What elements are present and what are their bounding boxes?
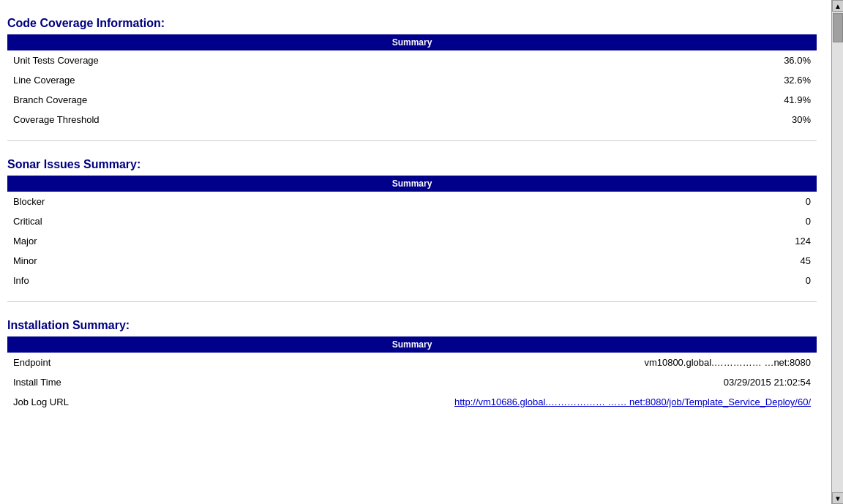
table-row: Coverage Threshold 30% bbox=[7, 110, 817, 129]
table-row: Job Log URL http://vm10686.global.………………… bbox=[7, 392, 817, 412]
install-time-label: Install Time bbox=[7, 372, 154, 392]
blocker-label: Blocker bbox=[7, 192, 154, 211]
table-row: Critical 0 bbox=[7, 211, 817, 231]
table-row: Branch Coverage 41.9% bbox=[7, 90, 817, 110]
line-coverage-label: Line Coverage bbox=[7, 70, 154, 90]
coverage-threshold-label: Coverage Threshold bbox=[7, 110, 154, 129]
page-wrapper: ▲ ▼ Code Coverage Information: Summary U… bbox=[0, 0, 843, 504]
scroll-thumb[interactable] bbox=[833, 13, 843, 42]
installation-header: Summary bbox=[7, 336, 817, 353]
coverage-threshold-value: 30% bbox=[154, 110, 817, 129]
table-row: Install Time 03/29/2015 21:02:54 bbox=[7, 372, 817, 392]
install-time-value: 03/29/2015 21:02:54 bbox=[154, 372, 817, 392]
table-row: Endpoint vm10800.global.…………… …net:8080 bbox=[7, 353, 817, 372]
sonar-issues-title: Sonar Issues Summary: bbox=[7, 152, 817, 176]
sonar-issues-header: Summary bbox=[7, 176, 817, 192]
code-coverage-table: Summary Unit Tests Coverage 36.0% Line C… bbox=[7, 34, 817, 129]
table-row: Major 124 bbox=[7, 231, 817, 251]
scroll-down-button[interactable]: ▼ bbox=[832, 492, 843, 504]
scrollbar[interactable]: ▲ ▼ bbox=[831, 0, 843, 504]
installation-title: Installation Summary: bbox=[7, 313, 817, 336]
endpoint-label: Endpoint bbox=[7, 353, 154, 372]
blocker-value: 0 bbox=[154, 192, 817, 211]
minor-label: Minor bbox=[7, 251, 154, 271]
branch-coverage-value: 41.9% bbox=[154, 90, 817, 110]
info-label: Info bbox=[7, 271, 154, 290]
critical-label: Critical bbox=[7, 211, 154, 231]
separator-2 bbox=[7, 301, 817, 302]
table-row: Minor 45 bbox=[7, 251, 817, 271]
info-value: 0 bbox=[154, 271, 817, 290]
job-log-url-value[interactable]: http://vm10686.global.……………… …… net:8080… bbox=[154, 392, 817, 412]
major-label: Major bbox=[7, 231, 154, 251]
separator-1 bbox=[7, 140, 817, 141]
major-value: 124 bbox=[154, 231, 817, 251]
unit-tests-coverage-label: Unit Tests Coverage bbox=[7, 50, 154, 70]
minor-value: 45 bbox=[154, 251, 817, 271]
scroll-up-button[interactable]: ▲ bbox=[832, 0, 843, 12]
code-coverage-title: Code Coverage Information: bbox=[7, 11, 817, 34]
critical-value: 0 bbox=[154, 211, 817, 231]
installation-table: Summary Endpoint vm10800.global.…………… …n… bbox=[7, 336, 817, 412]
table-row: Blocker 0 bbox=[7, 192, 817, 211]
table-row: Line Coverage 32.6% bbox=[7, 70, 817, 90]
job-log-link[interactable]: http://vm10686.global.……………… …… net:8080… bbox=[454, 396, 811, 407]
branch-coverage-label: Branch Coverage bbox=[7, 90, 154, 110]
table-row: Info 0 bbox=[7, 271, 817, 290]
endpoint-value: vm10800.global.…………… …net:8080 bbox=[154, 353, 817, 372]
unit-tests-coverage-value: 36.0% bbox=[154, 50, 817, 70]
sonar-issues-table: Summary Blocker 0 Critical 0 Major 124 M… bbox=[7, 176, 817, 290]
table-row: Unit Tests Coverage 36.0% bbox=[7, 50, 817, 70]
line-coverage-value: 32.6% bbox=[154, 70, 817, 90]
job-log-url-label: Job Log URL bbox=[7, 392, 154, 412]
code-coverage-header: Summary bbox=[7, 34, 817, 50]
main-content: Code Coverage Information: Summary Unit … bbox=[0, 7, 831, 426]
